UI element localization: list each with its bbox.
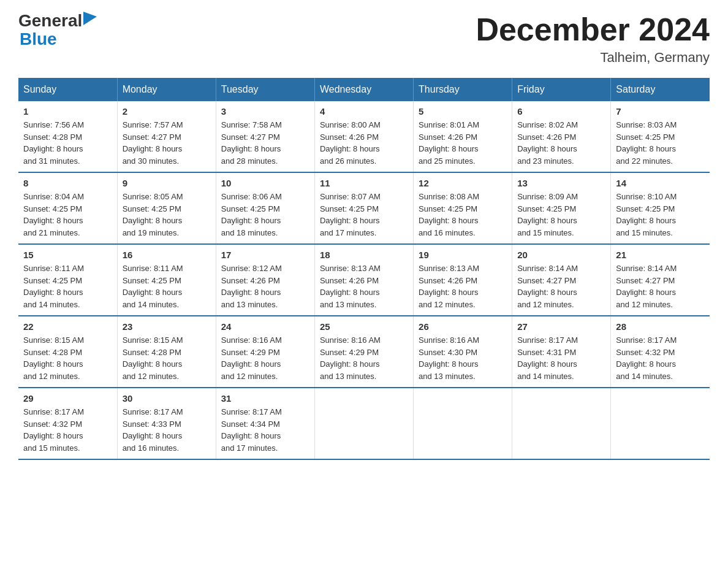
logo-blue: Blue xyxy=(20,29,57,48)
calendar-cell: 29 Sunrise: 8:17 AM Sunset: 4:32 PM Dayl… xyxy=(18,388,117,459)
day-info: Sunrise: 8:04 AM Sunset: 4:25 PM Dayligh… xyxy=(23,191,112,239)
calendar-cell: 2 Sunrise: 7:57 AM Sunset: 4:27 PM Dayli… xyxy=(117,101,216,172)
calendar-cell: 16 Sunrise: 8:11 AM Sunset: 4:25 PM Dayl… xyxy=(117,244,216,316)
day-info: Sunrise: 8:15 AM Sunset: 4:28 PM Dayligh… xyxy=(123,334,211,382)
day-info: Sunrise: 8:06 AM Sunset: 4:25 PM Dayligh… xyxy=(221,191,309,239)
calendar-cell xyxy=(512,388,611,459)
calendar-cell: 10 Sunrise: 8:06 AM Sunset: 4:25 PM Dayl… xyxy=(216,172,314,244)
calendar-table: Sunday Monday Tuesday Wednesday Thursday… xyxy=(18,78,710,460)
logo: General Blue xyxy=(18,12,97,49)
day-number: 27 xyxy=(517,321,605,332)
calendar-cell: 21 Sunrise: 8:14 AM Sunset: 4:27 PM Dayl… xyxy=(611,244,710,316)
calendar-cell: 4 Sunrise: 8:00 AM Sunset: 4:26 PM Dayli… xyxy=(314,101,413,172)
day-number: 2 xyxy=(123,106,211,117)
day-info: Sunrise: 8:17 AM Sunset: 4:32 PM Dayligh… xyxy=(23,406,112,454)
calendar-cell xyxy=(314,388,413,459)
day-info: Sunrise: 8:16 AM Sunset: 4:29 PM Dayligh… xyxy=(320,334,408,382)
day-info: Sunrise: 8:15 AM Sunset: 4:28 PM Dayligh… xyxy=(23,334,112,382)
day-number: 15 xyxy=(23,250,112,260)
calendar-cell: 31 Sunrise: 8:17 AM Sunset: 4:34 PM Dayl… xyxy=(216,388,314,459)
calendar-cell: 14 Sunrise: 8:10 AM Sunset: 4:25 PM Dayl… xyxy=(611,172,710,244)
day-number: 22 xyxy=(23,321,112,332)
day-info: Sunrise: 8:14 AM Sunset: 4:27 PM Dayligh… xyxy=(517,262,605,310)
calendar-cell: 15 Sunrise: 8:11 AM Sunset: 4:25 PM Dayl… xyxy=(18,244,117,316)
day-info: Sunrise: 8:13 AM Sunset: 4:26 PM Dayligh… xyxy=(320,262,408,310)
day-number: 31 xyxy=(221,393,309,404)
day-info: Sunrise: 8:03 AM Sunset: 4:25 PM Dayligh… xyxy=(616,119,705,167)
day-info: Sunrise: 8:00 AM Sunset: 4:26 PM Dayligh… xyxy=(320,119,408,167)
calendar-cell: 3 Sunrise: 7:58 AM Sunset: 4:27 PM Dayli… xyxy=(216,101,314,172)
calendar-cell: 9 Sunrise: 8:05 AM Sunset: 4:25 PM Dayli… xyxy=(117,172,216,244)
calendar-cell: 25 Sunrise: 8:16 AM Sunset: 4:29 PM Dayl… xyxy=(314,316,413,388)
day-number: 5 xyxy=(419,106,507,117)
day-info: Sunrise: 8:14 AM Sunset: 4:27 PM Dayligh… xyxy=(616,262,705,310)
calendar-cell: 7 Sunrise: 8:03 AM Sunset: 4:25 PM Dayli… xyxy=(611,101,710,172)
calendar-cell: 12 Sunrise: 8:08 AM Sunset: 4:25 PM Dayl… xyxy=(414,172,512,244)
day-number: 24 xyxy=(221,321,309,332)
day-info: Sunrise: 8:11 AM Sunset: 4:25 PM Dayligh… xyxy=(23,262,112,310)
col-thursday: Thursday xyxy=(414,78,512,101)
calendar-header: Sunday Monday Tuesday Wednesday Thursday… xyxy=(18,78,710,101)
calendar-week-3: 15 Sunrise: 8:11 AM Sunset: 4:25 PM Dayl… xyxy=(18,244,710,316)
calendar-cell: 1 Sunrise: 7:56 AM Sunset: 4:28 PM Dayli… xyxy=(18,101,117,172)
day-info: Sunrise: 8:10 AM Sunset: 4:25 PM Dayligh… xyxy=(616,191,705,239)
day-info: Sunrise: 8:09 AM Sunset: 4:25 PM Dayligh… xyxy=(517,191,605,239)
day-number: 13 xyxy=(517,178,605,188)
day-number: 7 xyxy=(616,106,705,117)
day-info: Sunrise: 8:08 AM Sunset: 4:25 PM Dayligh… xyxy=(419,191,507,239)
logo-arrow-icon xyxy=(83,12,97,25)
col-monday: Monday xyxy=(117,78,216,101)
day-number: 11 xyxy=(320,178,408,188)
calendar-cell: 19 Sunrise: 8:13 AM Sunset: 4:26 PM Dayl… xyxy=(414,244,512,316)
calendar-body: 1 Sunrise: 7:56 AM Sunset: 4:28 PM Dayli… xyxy=(18,101,710,459)
day-number: 26 xyxy=(419,321,507,332)
calendar-cell xyxy=(414,388,512,459)
col-wednesday: Wednesday xyxy=(314,78,413,101)
calendar-cell: 26 Sunrise: 8:16 AM Sunset: 4:30 PM Dayl… xyxy=(414,316,512,388)
day-number: 25 xyxy=(320,321,408,332)
day-number: 16 xyxy=(123,250,211,260)
day-info: Sunrise: 7:56 AM Sunset: 4:28 PM Dayligh… xyxy=(23,119,112,167)
day-number: 12 xyxy=(419,178,507,188)
day-number: 28 xyxy=(616,321,705,332)
day-info: Sunrise: 8:16 AM Sunset: 4:29 PM Dayligh… xyxy=(221,334,309,382)
calendar-cell xyxy=(611,388,710,459)
calendar-cell: 30 Sunrise: 8:17 AM Sunset: 4:33 PM Dayl… xyxy=(117,388,216,459)
day-info: Sunrise: 8:17 AM Sunset: 4:31 PM Dayligh… xyxy=(517,334,605,382)
day-info: Sunrise: 8:13 AM Sunset: 4:26 PM Dayligh… xyxy=(419,262,507,310)
day-number: 4 xyxy=(320,106,408,117)
col-sunday: Sunday xyxy=(18,78,117,101)
day-info: Sunrise: 8:12 AM Sunset: 4:26 PM Dayligh… xyxy=(221,262,309,310)
day-info: Sunrise: 8:17 AM Sunset: 4:32 PM Dayligh… xyxy=(616,334,705,382)
calendar-subtitle: Talheim, Germany xyxy=(476,50,710,66)
logo-general: General xyxy=(18,12,82,29)
day-number: 10 xyxy=(221,178,309,188)
calendar-cell: 8 Sunrise: 8:04 AM Sunset: 4:25 PM Dayli… xyxy=(18,172,117,244)
day-number: 14 xyxy=(616,178,705,188)
col-friday: Friday xyxy=(512,78,611,101)
col-saturday: Saturday xyxy=(611,78,710,101)
day-number: 8 xyxy=(23,178,112,188)
calendar-cell: 6 Sunrise: 8:02 AM Sunset: 4:26 PM Dayli… xyxy=(512,101,611,172)
calendar-week-1: 1 Sunrise: 7:56 AM Sunset: 4:28 PM Dayli… xyxy=(18,101,710,172)
day-info: Sunrise: 7:58 AM Sunset: 4:27 PM Dayligh… xyxy=(221,119,309,167)
day-number: 18 xyxy=(320,250,408,260)
calendar-cell: 18 Sunrise: 8:13 AM Sunset: 4:26 PM Dayl… xyxy=(314,244,413,316)
calendar-cell: 27 Sunrise: 8:17 AM Sunset: 4:31 PM Dayl… xyxy=(512,316,611,388)
calendar-week-2: 8 Sunrise: 8:04 AM Sunset: 4:25 PM Dayli… xyxy=(18,172,710,244)
calendar-cell: 22 Sunrise: 8:15 AM Sunset: 4:28 PM Dayl… xyxy=(18,316,117,388)
day-number: 20 xyxy=(517,250,605,260)
day-number: 29 xyxy=(23,393,112,404)
day-info: Sunrise: 7:57 AM Sunset: 4:27 PM Dayligh… xyxy=(123,119,211,167)
day-info: Sunrise: 8:01 AM Sunset: 4:26 PM Dayligh… xyxy=(419,119,507,167)
col-tuesday: Tuesday xyxy=(216,78,314,101)
calendar-cell: 11 Sunrise: 8:07 AM Sunset: 4:25 PM Dayl… xyxy=(314,172,413,244)
calendar-cell: 28 Sunrise: 8:17 AM Sunset: 4:32 PM Dayl… xyxy=(611,316,710,388)
day-number: 6 xyxy=(517,106,605,117)
calendar-week-5: 29 Sunrise: 8:17 AM Sunset: 4:32 PM Dayl… xyxy=(18,388,710,459)
day-number: 3 xyxy=(221,106,309,117)
day-number: 9 xyxy=(123,178,211,188)
calendar-title: December 2024 xyxy=(476,12,710,47)
day-info: Sunrise: 8:17 AM Sunset: 4:34 PM Dayligh… xyxy=(221,406,309,454)
day-number: 17 xyxy=(221,250,309,260)
